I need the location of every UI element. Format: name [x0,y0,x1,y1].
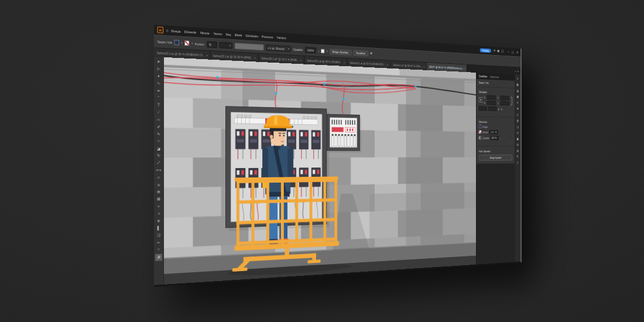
document-setup-quick-button[interactable]: Belge Ayarları [479,155,512,160]
tab-close-icon[interactable]: × [206,53,208,57]
arrange-documents-icon[interactable]: ❏ [501,50,503,53]
brush-preview-field[interactable] [235,43,264,50]
opacity-chevron-icon[interactable]: › [318,49,320,53]
menu-item[interactable]: Seç [225,32,231,36]
width-field[interactable] [487,101,496,105]
transparency-icon[interactable]: ◲ [516,125,519,128]
stroke-weight-field[interactable]: ⇅ [207,41,217,48]
y-field[interactable] [500,95,509,100]
menu-item[interactable]: Nesne [200,30,210,35]
eyedropper-tool[interactable]: ⌖ [155,203,162,210]
history-icon[interactable]: ↺ [517,162,519,165]
stroke-weight-field[interactable]: 1 pt ⇅ [489,130,498,135]
appearance-icon[interactable]: ◎ [516,131,518,134]
stroke-swatch[interactable] [479,130,482,133]
constrain-proportions-icon[interactable] [511,97,512,105]
artboard-tool[interactable]: ❏ [155,232,162,239]
pencil-tool[interactable]: ✎ [155,131,162,138]
blend-tool[interactable]: ◑ [155,210,162,218]
shaper-tool[interactable]: ✧ [155,138,162,145]
pen-tool[interactable]: ✒ [155,87,162,95]
maximize-button[interactable]: ▢ [512,50,514,54]
variable-width-dropdown[interactable]: ▾ [220,42,233,49]
gradient-icon[interactable]: ▥ [516,119,519,122]
type-tool[interactable]: T [155,101,162,109]
flip-horizontal-icon[interactable]: ⇄ [498,107,500,110]
brushes-icon[interactable]: ✎ [517,101,519,104]
shape-builder-tool[interactable]: ⧈ [155,181,162,189]
x-field[interactable] [487,95,496,100]
menu-item[interactable]: Yardım [276,35,286,40]
fill-swatch[interactable] [479,125,482,128]
free-transform-tool[interactable]: ▱ [155,174,162,181]
tab-close-icon[interactable]: × [344,60,345,64]
fill-caret-icon[interactable]: ▾ [181,42,183,44]
rotate-field[interactable] [479,106,488,111]
tab-close-icon[interactable]: × [254,56,255,59]
tab-close-icon[interactable]: × [300,59,302,62]
menu-item[interactable]: Düzenle [184,29,197,34]
panel-tab[interactable]: Kitaplıklar [490,75,499,78]
style-caret-icon[interactable]: ▾ [327,50,328,53]
search-icon[interactable]: ⚲ [493,49,496,53]
line-segment-tool[interactable]: ∕ [155,109,162,117]
stroke-caret-icon[interactable]: ▾ [191,42,193,45]
direct-selection-tool[interactable]: ▷ [155,65,162,73]
gradient-tool[interactable]: ▤ [155,196,162,203]
fill-swatch[interactable] [174,40,179,45]
selection-tool[interactable]: ➤ [155,58,162,66]
stroke-icon[interactable]: ≡ [517,114,518,117]
home-icon[interactable]: ⌂ [166,28,169,32]
transform-more-options[interactable]: ··· [479,112,512,115]
artboards-icon[interactable]: ⊞ [517,149,519,152]
layers-icon[interactable]: ⧉ [517,143,519,146]
document-setup-button[interactable]: Belge Ayarları [330,49,351,55]
color-icon[interactable]: ◧ [516,84,519,87]
canvas[interactable] [164,57,476,285]
symbol-sprayer-tool[interactable]: ✵ [155,217,162,225]
mesh-tool[interactable]: ⊞ [155,189,162,196]
tab-close-icon[interactable]: × [423,64,424,67]
rotate-tool[interactable]: ↻ [155,152,162,159]
lasso-tool[interactable]: ∿ [155,80,162,87]
workspace-switcher-icon[interactable]: ▣ [497,49,499,53]
appearance-more-options[interactable]: ··· [479,142,512,144]
menu-item[interactable]: Efekt [235,33,242,37]
share-button[interactable]: Paylaş [480,48,491,53]
preferences-button[interactable]: Tercihler [353,50,368,56]
hand-tool[interactable]: ☞ [155,246,162,254]
opacity-options-icon[interactable]: › [500,136,501,139]
close-button[interactable]: ✕ [516,50,518,54]
stroke-stepper-icon[interactable]: ⇅ [495,131,497,133]
shear-field[interactable] [488,107,496,111]
zoom-tool[interactable]: ⚲ [155,254,162,261]
tab-overflow-icon[interactable]: » [515,70,516,73]
style-swatch[interactable] [321,49,324,53]
graph-tool[interactable]: ▌ [155,225,162,232]
height-field[interactable] [500,101,509,105]
opacity-field[interactable]: 100 % [490,136,498,141]
minimize-button[interactable]: – [508,50,509,53]
color-guide-icon[interactable]: ▧ [516,90,519,93]
menu-item[interactable]: Yazım [213,31,222,36]
panel-tab[interactable]: Özellikler [479,74,488,78]
swatches-icon[interactable]: ▦ [516,95,519,98]
width-tool[interactable]: ⟷ [155,167,162,174]
stroke-swatch[interactable] [184,40,189,46]
menu-item[interactable]: Görünüm [245,33,258,38]
reference-point-icon[interactable] [479,97,483,102]
tab-close-icon[interactable]: × [387,63,388,66]
flip-vertical-icon[interactable]: ⇅ [501,108,502,111]
opacity-field[interactable]: 100% [305,47,316,53]
menu-item[interactable]: Dosya [171,29,180,33]
eraser-tool[interactable]: ◪ [155,145,162,152]
graphic-styles-icon[interactable]: ▣ [516,138,519,141]
brush-definition-dropdown[interactable]: • 1 pt. Round ▾ [266,44,291,52]
control-menu-icon[interactable]: ≣ [370,52,372,56]
scale-tool[interactable]: ⤢ [155,159,162,166]
tab-list-icon[interactable]: ▾ [518,70,519,73]
asset-export-icon[interactable]: ⇱ [517,155,519,158]
rectangle-tool[interactable]: ▭ [155,116,162,124]
paintbrush-tool[interactable]: ✐ [155,124,162,131]
expand-panels-icon[interactable]: « [517,77,518,80]
